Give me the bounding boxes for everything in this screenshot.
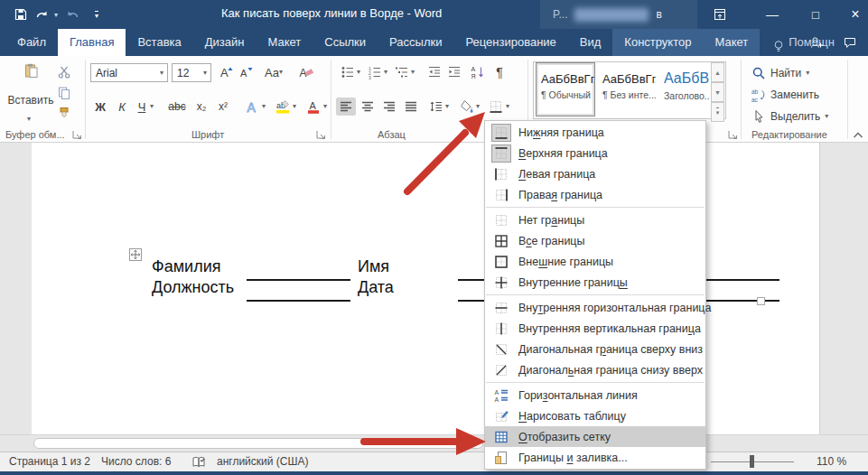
document-area: Фамилия Имя Должность Дата [0, 143, 868, 434]
shrink-font-icon[interactable]: A [237, 63, 257, 81]
proofing-icon[interactable] [191, 455, 206, 470]
align-left-icon[interactable] [336, 98, 356, 116]
paste-dropdown-icon[interactable]: ▾ [27, 108, 31, 125]
clipboard-dialog-launcher-icon[interactable] [70, 128, 82, 140]
italic-button[interactable]: К [112, 98, 132, 116]
replace-button[interactable]: abac Заменить [751, 88, 819, 102]
menu-item-view-gridlines[interactable]: Отобразить сетку [485, 426, 705, 447]
find-button[interactable]: Найти ▾ [751, 66, 809, 80]
tab-design[interactable]: Дизайн [193, 29, 257, 56]
format-painter-icon[interactable] [54, 105, 74, 123]
tab-home[interactable]: Главная [58, 29, 126, 56]
collapse-ribbon-icon[interactable] [851, 128, 863, 141]
account-area[interactable]: P... в [540, 0, 697, 29]
word-count[interactable]: Число слов: 6 [101, 455, 171, 468]
horizontal-scrollbar-thumb[interactable] [33, 438, 483, 449]
language-indicator[interactable]: английский (США) [217, 455, 308, 468]
styles-scroll-up-icon[interactable]: ▲ [711, 62, 724, 82]
underline-dropdown-icon[interactable]: ▾ [146, 98, 157, 116]
styles-dialog-launcher-icon[interactable] [726, 128, 738, 140]
style-card-normal[interactable]: АаБбВвГг, ¶ Обычный [537, 63, 594, 116]
highlight-dropdown-icon[interactable]: ▾ [289, 98, 300, 116]
border-diagonal-up-icon [491, 361, 511, 379]
font-name-combo[interactable]: Arial▾ [90, 63, 168, 82]
multilevel-dropdown-icon[interactable]: ▾ [408, 63, 417, 81]
bold-button[interactable]: Ж [90, 98, 110, 116]
show-paragraph-marks-button[interactable]: ¶ [490, 63, 509, 81]
decrease-indent-icon[interactable] [425, 63, 444, 81]
menu-item-border-top[interactable]: Верхняя граница [485, 143, 705, 163]
menu-item-border-diagonal-down[interactable]: Диагональная граница сверху вниз [485, 339, 705, 359]
menu-item-border-diagonal-up[interactable]: Диагональная граница снизу вверх [485, 359, 705, 380]
styles-scroll-down-icon[interactable]: ▼ [711, 82, 724, 102]
tab-table-layout[interactable]: Макет [703, 29, 760, 56]
horizontal-scrollbar[interactable] [0, 434, 868, 452]
font-size-combo[interactable]: 12▾ [172, 63, 211, 82]
menu-item-border-inside[interactable]: Внутренние границы [485, 272, 705, 293]
tab-assistant[interactable]: Помощн [760, 29, 846, 56]
table-resize-handle[interactable] [757, 297, 765, 305]
menu-item-border-inside-horizontal[interactable]: Внутренняя горизонтальная граница [485, 297, 705, 318]
strikethrough-button[interactable]: abc [164, 98, 190, 116]
line-spacing-dropdown-icon[interactable]: ▾ [443, 98, 452, 116]
copy-icon[interactable] [54, 84, 74, 102]
menu-item-border-bottom[interactable]: Нижняя граница [485, 122, 705, 143]
ribbon-display-options-icon[interactable] [705, 0, 735, 29]
minimize-icon[interactable]: — [757, 0, 788, 29]
bullets-dropdown-icon[interactable]: ▾ [354, 63, 363, 81]
menu-item-border-all[interactable]: Все границы [485, 230, 705, 251]
shading-dropdown-icon[interactable]: ▾ [473, 98, 482, 116]
menu-item-border-left[interactable]: Левая граница [485, 163, 705, 184]
menu-item-border-inside-vertical[interactable]: Внутренняя вертикальная граница [485, 318, 705, 339]
menu-item-border-none[interactable]: Нет границы [485, 210, 705, 230]
menu-item-horizontal-line[interactable]: AAГоризонтальная линия [485, 385, 705, 405]
menu-item-border-outside[interactable]: Внешние границы [485, 251, 705, 272]
align-center-icon[interactable] [358, 98, 378, 116]
page-indicator[interactable]: Страница 1 из 2 [9, 455, 90, 468]
borders-dropdown-icon[interactable]: ▾ [502, 98, 513, 116]
tab-review[interactable]: Рецензирование [453, 29, 567, 56]
zoom-level[interactable]: 110 % [817, 455, 846, 468]
tab-references[interactable]: Ссылки [313, 29, 378, 56]
align-right-icon[interactable] [379, 98, 399, 116]
clear-formatting-icon[interactable]: A [296, 63, 316, 81]
font-size-value: 12 [177, 67, 189, 79]
tab-file[interactable]: Файл [5, 29, 58, 56]
select-dropdown-icon[interactable]: ▾ [825, 113, 828, 120]
undo-icon[interactable] [33, 3, 51, 26]
menu-item-borders-shading[interactable]: Границы и заливка... [485, 447, 705, 468]
font-color-dropdown-icon[interactable]: ▾ [320, 98, 331, 116]
menu-item-draw-table[interactable]: Нарисовать таблицу [485, 405, 705, 426]
subscript-button[interactable]: x₂ [191, 98, 211, 116]
tab-mailings[interactable]: Рассылки [378, 29, 453, 56]
close-icon[interactable]: × [840, 0, 868, 29]
text-effects-dropdown-icon[interactable]: ▾ [258, 98, 269, 116]
tab-layout[interactable]: Макет [256, 29, 313, 56]
tab-table-design[interactable]: Конструктор [612, 29, 703, 56]
increase-indent-icon[interactable] [444, 63, 464, 81]
menu-item-border-right[interactable]: Правая граница [485, 184, 705, 205]
zoom-slider-thumb[interactable] [750, 455, 754, 468]
styles-more-icon[interactable]: ▾ [711, 102, 724, 122]
grow-font-icon[interactable]: A [217, 63, 237, 81]
numbering-dropdown-icon[interactable]: ▾ [381, 63, 390, 81]
sort-icon[interactable]: АЯ [468, 63, 488, 81]
share-person-icon[interactable] [807, 33, 826, 52]
comments-icon[interactable] [840, 33, 860, 52]
style-card-heading[interactable]: АаБбВ Заголово... [659, 63, 710, 116]
maximize-icon[interactable]: □ [800, 0, 831, 29]
change-case-button[interactable]: Aa▾ [260, 63, 287, 81]
find-dropdown-icon[interactable]: ▾ [806, 70, 809, 77]
justify-icon[interactable] [401, 98, 421, 116]
cut-icon[interactable] [54, 63, 74, 81]
select-button[interactable]: Выделить ▾ [751, 109, 828, 124]
undo-dropdown-icon[interactable]: ▾ [51, 3, 61, 26]
save-icon[interactable] [9, 3, 33, 26]
tab-insert[interactable]: Вставка [126, 29, 192, 56]
superscript-button[interactable]: x² [213, 98, 233, 116]
customize-qat-icon[interactable]: ▾ [85, 3, 108, 26]
table-move-handle-icon[interactable] [128, 247, 141, 260]
tab-view[interactable]: Вид [568, 29, 613, 56]
style-card-no-spacing[interactable]: АаБбВвГг, ¶ Без инте... [598, 63, 656, 116]
font-dialog-launcher-icon[interactable] [314, 128, 326, 140]
